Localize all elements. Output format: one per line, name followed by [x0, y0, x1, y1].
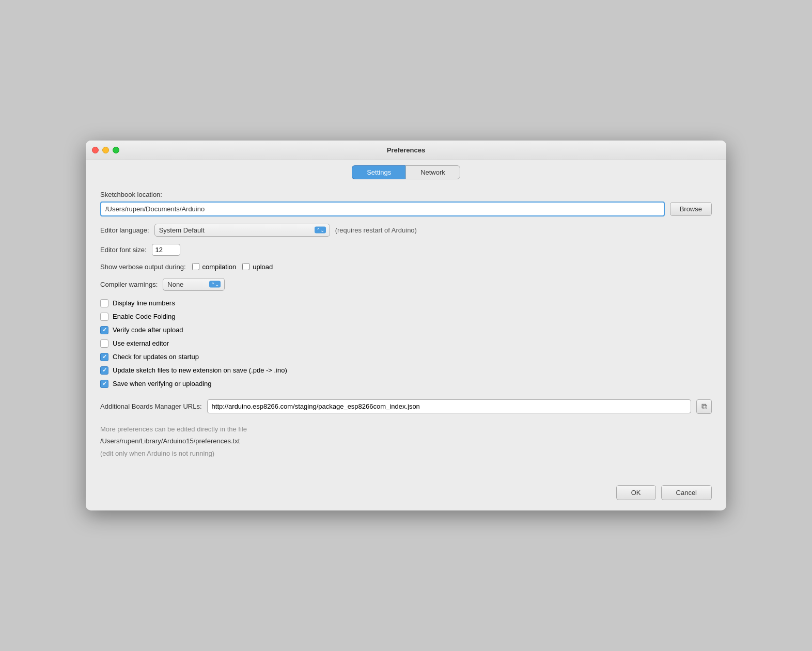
editor-language-label: Editor language: — [100, 226, 149, 234]
compilation-label: compilation — [202, 263, 237, 271]
copy-url-button[interactable]: ⧉ — [696, 399, 712, 414]
upload-checkbox[interactable] — [242, 263, 249, 270]
upload-checkbox-item: upload — [242, 263, 273, 271]
compiler-warnings-row: Compiler warnings: None Default More All — [100, 278, 712, 291]
sketchbook-section: Sketchbook location: Browse — [100, 191, 712, 216]
verify-code-label: Verify code after upload — [113, 326, 183, 334]
file-path: /Users/rupen/Library/Arduino15/preferenc… — [100, 435, 712, 447]
editor-font-size-label: Editor font size: — [100, 246, 147, 254]
editor-language-select[interactable]: System Default — [154, 224, 330, 237]
compilation-checkbox[interactable] — [192, 263, 199, 270]
compilation-checkbox-item: compilation — [192, 263, 237, 271]
sketchbook-input[interactable] — [100, 202, 665, 216]
use-external-editor-label: Use external editor — [113, 339, 169, 347]
editor-font-size-row: Editor font size: — [100, 244, 712, 256]
editor-font-size-input[interactable] — [152, 244, 180, 256]
tabs-bar: Settings Network — [86, 160, 726, 179]
enable-code-folding-label: Enable Code Folding — [113, 313, 175, 320]
save-when-verifying-label: Save when verifying or uploading — [113, 380, 212, 388]
display-line-numbers-row: Display line numbers — [100, 299, 712, 307]
boards-url-label: Additional Boards Manager URLs: — [100, 402, 202, 410]
verify-code-checkbox[interactable] — [100, 326, 108, 334]
bottom-buttons: OK Cancel — [86, 477, 726, 510]
settings-content: Sketchbook location: Browse Editor langu… — [86, 179, 726, 477]
enable-code-folding-row: Enable Code Folding — [100, 313, 712, 321]
boards-url-input[interactable] — [207, 399, 691, 413]
sketchbook-label: Sketchbook location: — [100, 191, 162, 198]
display-line-numbers-checkbox[interactable] — [100, 299, 108, 307]
copy-icon: ⧉ — [701, 402, 707, 411]
boards-url-row: Additional Boards Manager URLs: ⧉ — [100, 399, 712, 414]
cancel-button[interactable]: Cancel — [661, 485, 712, 500]
browse-button[interactable]: Browse — [670, 202, 712, 216]
minimize-button[interactable] — [102, 147, 109, 153]
compiler-warnings-label: Compiler warnings: — [100, 281, 158, 288]
upload-label: upload — [253, 263, 273, 271]
check-for-updates-label: Check for updates on startup — [113, 353, 199, 361]
ok-button[interactable]: OK — [616, 485, 656, 500]
check-for-updates-row: Check for updates on startup — [100, 353, 712, 361]
compiler-warnings-select-wrapper: None Default More All — [163, 278, 225, 291]
restart-note: (requires restart of Arduino) — [335, 226, 417, 234]
window-title: Preferences — [387, 146, 425, 154]
traffic-lights — [92, 147, 119, 153]
verify-code-row: Verify code after upload — [100, 326, 712, 334]
sketchbook-input-row: Browse — [100, 202, 712, 216]
editor-language-row: Editor language: System Default (require… — [100, 224, 712, 237]
editor-language-select-wrapper: System Default — [154, 224, 330, 237]
compiler-warnings-select[interactable]: None Default More All — [163, 278, 225, 291]
verbose-row: Show verbose output during: compilation … — [100, 263, 712, 271]
tab-settings[interactable]: Settings — [352, 165, 405, 179]
tab-network[interactable]: Network — [405, 165, 460, 179]
update-sketch-files-row: Update sketch files to new extension on … — [100, 366, 712, 375]
enable-code-folding-checkbox[interactable] — [100, 313, 108, 321]
checkboxes-section: Display line numbers Enable Code Folding… — [100, 299, 712, 388]
close-button[interactable] — [92, 147, 99, 153]
update-sketch-files-label: Update sketch files to new extension on … — [113, 366, 287, 374]
file-info-section: More preferences can be edited directly … — [100, 423, 712, 459]
titlebar: Preferences — [86, 141, 726, 160]
use-external-editor-checkbox[interactable] — [100, 339, 108, 348]
file-info-line1: More preferences can be edited directly … — [100, 423, 712, 435]
save-when-verifying-checkbox[interactable] — [100, 380, 108, 388]
file-info-line2: (edit only when Arduino is not running) — [100, 447, 712, 459]
display-line-numbers-label: Display line numbers — [113, 299, 175, 307]
maximize-button[interactable] — [113, 147, 119, 153]
use-external-editor-row: Use external editor — [100, 339, 712, 348]
check-for-updates-checkbox[interactable] — [100, 353, 108, 361]
verbose-label: Show verbose output during: — [100, 263, 186, 271]
update-sketch-files-checkbox[interactable] — [100, 366, 108, 375]
preferences-window: Preferences Settings Network Sketchbook … — [86, 141, 726, 510]
save-when-verifying-row: Save when verifying or uploading — [100, 380, 712, 388]
